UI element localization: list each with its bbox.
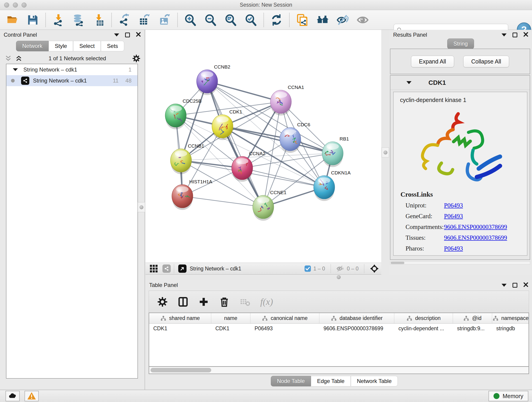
string-panel-icon[interactable] (162, 264, 171, 273)
zoom-in-icon[interactable] (184, 13, 197, 27)
compartments-link[interactable]: 9606.ENSP00000378699 (444, 223, 507, 230)
hidden-eye-icon[interactable] (336, 264, 345, 273)
table-horizontal-scrollbar[interactable] (149, 367, 529, 374)
birds-eye-grid-icon[interactable] (149, 264, 158, 273)
panel-close-icon[interactable] (136, 32, 141, 38)
network-canvas[interactable]: CCNB2CCNA1CDC25BCDK1CDC6RB1CCNB1CCNA2CDK… (146, 30, 381, 263)
column-header-id[interactable]: @id (453, 313, 492, 323)
collection-expander-icon[interactable] (13, 68, 18, 71)
import-network-from-database-icon[interactable] (72, 13, 85, 27)
pharos-link[interactable]: P06493 (444, 245, 463, 252)
gene-section-header[interactable]: CDK1 (390, 76, 530, 90)
panel-menu-icon[interactable] (501, 284, 507, 287)
right-splitter-handle[interactable] (382, 147, 389, 157)
minimize-window-button[interactable] (13, 2, 18, 7)
column-header-database-identifier[interactable]: database identifier (319, 313, 394, 323)
string-home-icon[interactable] (316, 13, 329, 27)
selected-checkbox-icon[interactable] (304, 265, 311, 272)
panel-float-icon[interactable] (513, 283, 517, 288)
panel-menu-icon[interactable] (501, 33, 507, 36)
tab-network-table[interactable]: Network Table (351, 376, 398, 386)
cell-name[interactable]: CDK1 (211, 324, 250, 334)
column-header-shared-name[interactable]: shared name (149, 313, 211, 323)
panel-menu-icon[interactable] (114, 33, 119, 36)
network-view[interactable]: CCNB2CCNA1CDC25BCDK1CDC6RB1CCNB1CCNA2CDK… (146, 30, 381, 263)
crosslink-label: GeneCard: (400, 213, 444, 220)
network-collection-row[interactable]: String Network – cdk1 1 (6, 64, 138, 75)
close-window-button[interactable] (4, 2, 9, 7)
splitter-grab-dot[interactable] (337, 275, 341, 279)
export-table-icon[interactable] (138, 13, 151, 27)
show-all-icon[interactable] (356, 13, 369, 27)
cell-shared-name[interactable]: CDK1 (149, 324, 211, 334)
node-label: CCNB2 (214, 64, 230, 70)
section-expander-icon[interactable] (406, 81, 412, 84)
cloud-status-button[interactable] (6, 391, 20, 401)
cell-canonical-name[interactable]: P06493 (250, 324, 319, 334)
collapse-all-button[interactable]: Collapse All (463, 56, 509, 67)
cell-id[interactable]: stringdb:9... (453, 324, 492, 334)
table-row[interactable]: CDK1 CDK1 P06493 9606.ENSP00000378699 cy… (149, 324, 529, 334)
column-header-name[interactable]: name (211, 313, 250, 323)
tab-network[interactable]: Network (16, 41, 49, 51)
clone-network-icon[interactable] (296, 13, 309, 27)
hide-selected-icon[interactable] (336, 13, 349, 27)
open-folder-icon[interactable] (6, 13, 19, 27)
import-table-icon[interactable] (92, 13, 105, 27)
expand-all-networks-icon[interactable] (15, 55, 22, 62)
current-network-name: String Network – cdk1 (190, 266, 241, 272)
maximize-window-button[interactable] (22, 2, 27, 7)
add-column-icon[interactable] (198, 297, 209, 307)
network-row[interactable]: String Network – cdk1 11 48 (6, 75, 138, 86)
tab-edge-table[interactable]: Edge Table (311, 376, 351, 386)
zoom-fit-icon[interactable] (224, 13, 237, 27)
show-columns-icon[interactable] (178, 297, 188, 307)
table-options-gear-icon[interactable] (157, 297, 168, 307)
delete-column-icon[interactable] (219, 297, 230, 307)
panel-float-icon[interactable] (125, 32, 130, 37)
tab-sets[interactable]: Sets (101, 41, 124, 51)
tab-string[interactable]: String (447, 38, 474, 49)
function-builder-icon[interactable]: f(x) (260, 296, 273, 307)
export-image-icon[interactable] (158, 13, 171, 27)
genecard-link[interactable]: P06493 (444, 213, 463, 220)
expand-all-button[interactable]: Expand All (411, 56, 454, 67)
import-network-icon[interactable] (52, 13, 65, 27)
fit-selected-crosshair-icon[interactable] (370, 264, 379, 273)
memory-label: Memory (503, 393, 523, 400)
panel-float-icon[interactable] (513, 32, 517, 37)
refresh-layout-icon[interactable] (270, 13, 283, 27)
column-header-canonical-name[interactable]: canonical name (250, 313, 319, 323)
cell-description[interactable]: cyclin-dependent ... (394, 324, 453, 334)
node-label: RB1 (340, 136, 349, 141)
open-in-new-window-icon[interactable] (178, 264, 186, 273)
export-network-icon[interactable] (118, 13, 131, 27)
application-window: Session: New Session (0, 0, 532, 402)
left-splitter-handle[interactable] (138, 202, 145, 212)
save-session-icon[interactable] (26, 13, 39, 27)
warnings-button[interactable] (25, 391, 39, 401)
node-label: CCNA1 (288, 85, 304, 90)
panel-close-icon[interactable] (523, 32, 528, 38)
cell-namespace[interactable]: stringdb (492, 324, 529, 334)
tab-node-table[interactable]: Node Table (271, 376, 311, 386)
tab-style[interactable]: Style (49, 41, 73, 51)
uniprot-link[interactable]: P06493 (444, 202, 463, 209)
collection-name: String Network – cdk1 (23, 66, 77, 73)
network-options-gear-icon[interactable] (132, 54, 140, 63)
results-horizontal-scrollbar[interactable] (390, 261, 530, 264)
column-header-description[interactable]: description (394, 313, 453, 323)
column-header-namespace[interactable]: namespace (492, 313, 529, 323)
panel-close-icon[interactable] (523, 282, 528, 288)
memory-button[interactable]: Memory (488, 391, 528, 401)
tab-select[interactable]: Select (73, 41, 101, 51)
tissues-link[interactable]: 9606.ENSP00000378699 (444, 234, 507, 241)
results-controls-box: Expand All Collapse All (390, 49, 530, 74)
horizontal-splitter[interactable] (146, 274, 532, 280)
delete-table-icon[interactable] (240, 297, 250, 307)
zoom-selected-icon[interactable] (244, 13, 258, 27)
zoom-out-icon[interactable] (204, 13, 217, 27)
gene-description: cyclin-dependent kinase 1 (394, 92, 527, 103)
collapse-all-networks-icon[interactable] (5, 55, 12, 62)
cell-database-identifier[interactable]: 9606.ENSP00000378699 (319, 324, 394, 334)
